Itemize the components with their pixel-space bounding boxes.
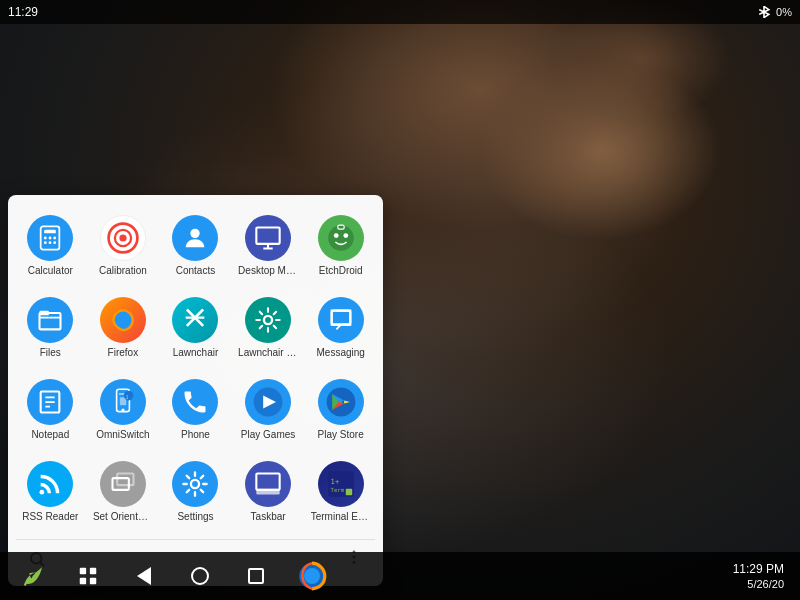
svg-rect-20 [40, 311, 49, 316]
grid-icon [77, 565, 99, 587]
app-label-settings: Settings [165, 511, 225, 523]
app-item-notepad[interactable]: Notepad [16, 371, 85, 449]
svg-rect-61 [80, 578, 86, 584]
bluetooth-icon [756, 6, 772, 18]
etchdroid-svg [325, 222, 357, 254]
messaging-svg [327, 306, 355, 334]
svg-point-3 [49, 237, 52, 240]
svg-rect-48 [256, 474, 279, 490]
nav-right: 11:29 PM 5/26/20 [733, 562, 784, 590]
app-item-messaging[interactable]: Messaging [306, 289, 375, 367]
app-icon-omniswitch: ↕ [100, 379, 146, 425]
svg-point-10 [119, 234, 126, 241]
firefox-svg [107, 304, 139, 336]
nav-bar: 11:29 PM 5/26/20 [0, 552, 800, 600]
svg-rect-46 [117, 474, 133, 486]
rss-svg [36, 470, 64, 498]
phone-svg [181, 388, 209, 416]
app-item-terminal[interactable]: 1+ Term Terminal Emu... [306, 453, 375, 531]
app-drawer: Calculator Calibration Contacts [8, 195, 383, 586]
terminal-svg: 1+ Term [325, 468, 357, 500]
app-icon-calibration [100, 215, 146, 261]
app-label-taskbar: Taskbar [238, 511, 298, 523]
svg-rect-1 [44, 230, 56, 234]
app-item-set-orientation[interactable]: Set Orientation [89, 453, 158, 531]
app-item-taskbar[interactable]: Taskbar [234, 453, 303, 531]
calibration-svg [105, 220, 141, 256]
svg-point-4 [54, 237, 57, 240]
nav-apps-button[interactable] [72, 560, 104, 592]
app-item-play-games[interactable]: Play Games [234, 371, 303, 449]
app-icon-terminal: 1+ Term [318, 461, 364, 507]
lawnchair-svg [181, 306, 209, 334]
app-label-calibration: Calibration [93, 265, 153, 277]
svg-rect-19 [40, 313, 61, 329]
app-item-calibration[interactable]: Calibration [89, 207, 158, 285]
app-item-settings[interactable]: Settings [161, 453, 230, 531]
app-item-phone[interactable]: Phone [161, 371, 230, 449]
svg-rect-51 [345, 489, 351, 495]
svg-point-5 [44, 241, 47, 244]
nav-back-button[interactable] [128, 560, 160, 592]
svg-rect-12 [256, 228, 279, 244]
app-label-etchdroid: EtchDroid [311, 265, 371, 277]
lawnchair-settings-svg [254, 306, 282, 334]
app-icon-rss-reader [27, 461, 73, 507]
app-icon-play-store [318, 379, 364, 425]
app-icon-notepad [27, 379, 73, 425]
app-label-terminal: Terminal Emu... [311, 511, 371, 523]
svg-point-32 [121, 408, 124, 411]
svg-point-17 [343, 233, 348, 238]
nav-recents-button[interactable] [240, 560, 272, 592]
notepad-svg [36, 388, 64, 416]
battery-percent: 0% [776, 6, 792, 18]
nav-left [16, 560, 328, 592]
app-item-omniswitch[interactable]: ↕ OmniSwitch [89, 371, 158, 449]
app-label-messaging: Messaging [311, 347, 371, 359]
app-grid: Calculator Calibration Contacts [16, 207, 375, 531]
svg-rect-18 [337, 225, 343, 229]
app-item-calculator[interactable]: Calculator [16, 207, 85, 285]
svg-text:Term: Term [330, 487, 344, 493]
app-icon-etchdroid [318, 215, 364, 261]
svg-point-6 [49, 241, 52, 244]
leaf-icon [20, 564, 44, 588]
app-item-files[interactable]: Files [16, 289, 85, 367]
svg-rect-59 [80, 568, 86, 574]
app-icon-play-games [245, 379, 291, 425]
app-item-lawnchair[interactable]: Lawnchair [161, 289, 230, 367]
app-item-rss-reader[interactable]: RSS Reader [16, 453, 85, 531]
app-item-play-store[interactable]: Play Store [306, 371, 375, 449]
svg-text:↕: ↕ [125, 393, 128, 400]
svg-point-7 [54, 241, 57, 244]
app-label-contacts: Contacts [165, 265, 225, 277]
app-item-etchdroid[interactable]: EtchDroid [306, 207, 375, 285]
app-label-lawnchair-settings: Lawnchair Se... [238, 347, 298, 359]
app-icon-messaging [318, 297, 364, 343]
app-label-play-games: Play Games [238, 429, 298, 441]
app-item-desktop-mode[interactable]: Desktop Mode [234, 207, 303, 285]
app-item-firefox[interactable]: Firefox [89, 289, 158, 367]
svg-point-47 [191, 480, 199, 488]
nav-logo-button[interactable] [16, 560, 48, 592]
app-icon-phone [172, 379, 218, 425]
app-icon-calculator [27, 215, 73, 261]
svg-rect-45 [112, 478, 128, 490]
app-item-lawnchair-settings[interactable]: Lawnchair Se... [234, 289, 303, 367]
recents-square-icon [248, 568, 264, 584]
nav-home-button[interactable] [184, 560, 216, 592]
calculator-svg [36, 224, 64, 252]
app-icon-firefox [100, 297, 146, 343]
svg-point-16 [333, 233, 338, 238]
back-arrow-icon [137, 567, 151, 585]
status-time: 11:29 [8, 5, 38, 19]
nav-firefox-button[interactable] [296, 560, 328, 592]
app-label-notepad: Notepad [20, 429, 80, 441]
svg-point-2 [44, 237, 47, 240]
app-item-contacts[interactable]: Contacts [161, 207, 230, 285]
contacts-svg [181, 224, 209, 252]
status-bar: 11:29 0% [0, 0, 800, 24]
app-label-phone: Phone [165, 429, 225, 441]
desktop-svg [254, 224, 282, 252]
firefox-taskbar-icon [296, 560, 328, 592]
